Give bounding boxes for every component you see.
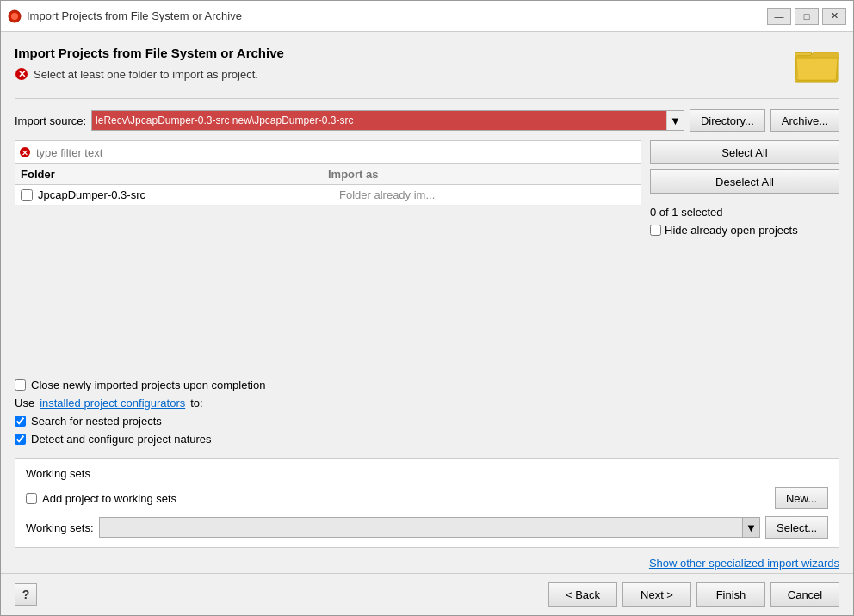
finish-button[interactable]: Finish: [696, 582, 765, 607]
options-section: Close newly imported projects upon compl…: [15, 379, 839, 451]
show-wizards-link[interactable]: Show other specialized import wizards: [649, 557, 839, 570]
archive-button[interactable]: Archive...: [770, 109, 839, 132]
close-button[interactable]: ✕: [822, 8, 846, 25]
content-area: Import Projects from File System or Arch…: [1, 32, 853, 573]
svg-text:✕: ✕: [22, 149, 28, 157]
header-divider: [15, 98, 839, 99]
configurators-suffix: to:: [190, 397, 202, 410]
close-projects-label: Close newly imported projects upon compl…: [31, 379, 265, 391]
error-row: ✕ Select at least one folder to import a…: [15, 67, 284, 81]
svg-point-1: [11, 13, 18, 20]
filter-row: ✕: [15, 141, 640, 164]
new-working-set-button[interactable]: New...: [775, 487, 828, 509]
hide-projects-checkbox[interactable]: [650, 225, 661, 236]
working-sets-add-row: Add project to working sets New...: [26, 487, 828, 509]
import-status: Folder already im...: [339, 188, 635, 201]
filter-error-icon: ✕: [19, 146, 31, 158]
search-nested-row: Search for nested projects: [15, 415, 839, 428]
right-panel: Select All Deselect All 0 of 1 selected …: [650, 140, 839, 370]
header-section: Import Projects from File System or Arch…: [15, 46, 839, 91]
working-sets-section-label: Working sets: [26, 467, 828, 480]
import-source-dropdown[interactable]: leRecv\JpcapDumper-0.3-src new\JpcapDump…: [91, 110, 684, 131]
main-panel: ✕ Folder Import as JpcapDumper-0.3-src: [15, 140, 839, 370]
left-section: ✕ Folder Import as JpcapDumper-0.3-src: [15, 140, 641, 370]
search-nested-label: Search for nested projects: [31, 415, 162, 428]
hide-projects-row: Hide already open projects: [650, 224, 839, 237]
table-container: ✕ Folder Import as JpcapDumper-0.3-src: [15, 140, 641, 206]
page-title: Import Projects from File System or Arch…: [15, 46, 284, 60]
import-source-label: Import source:: [15, 114, 86, 127]
window-title: Import Projects from File System or Arch…: [27, 9, 767, 22]
filter-input[interactable]: [31, 141, 640, 163]
detect-natures-checkbox[interactable]: [15, 434, 26, 445]
table-header: Folder Import as: [15, 164, 640, 185]
close-projects-row: Close newly imported projects upon compl…: [15, 379, 839, 391]
svg-text:✕: ✕: [18, 69, 26, 79]
import-source-value: leRecv\JpcapDumper-0.3-src new\JpcapDump…: [92, 111, 666, 130]
use-configurators-row: Use installed project configurators to:: [15, 397, 839, 410]
select-all-button[interactable]: Select All: [650, 140, 839, 164]
add-to-working-sets-label: Add project to working sets: [42, 492, 176, 505]
add-to-working-sets-checkbox[interactable]: [26, 493, 37, 504]
selected-count: 0 of 1 selected: [650, 206, 723, 219]
error-icon: ✕: [15, 67, 28, 81]
show-wizards-section: Show other specialized import wizards: [15, 557, 839, 570]
help-button[interactable]: ?: [15, 583, 37, 606]
select-working-set-button[interactable]: Select...: [765, 516, 828, 539]
eclipse-icon: [8, 9, 22, 23]
back-button[interactable]: < Back: [548, 582, 617, 607]
error-message: Select at least one folder to import as …: [34, 68, 258, 81]
hide-projects-label: Hide already open projects: [665, 224, 798, 237]
maximize-button[interactable]: □: [795, 8, 819, 25]
detect-natures-label: Detect and configure project natures: [31, 433, 212, 446]
working-sets-dropdown[interactable]: ▼: [99, 517, 761, 538]
close-projects-checkbox[interactable]: [15, 379, 26, 391]
minimize-button[interactable]: —: [767, 8, 791, 25]
search-nested-checkbox[interactable]: [15, 416, 26, 427]
main-window: Import Projects from File System or Arch…: [0, 0, 854, 616]
add-row-left: Add project to working sets: [26, 492, 176, 505]
col-folder-header: Folder: [21, 168, 328, 181]
svg-marker-7: [796, 58, 838, 80]
folder-icon: [795, 46, 839, 83]
import-source-row: Import source: leRecv\JpcapDumper-0.3-sr…: [15, 109, 839, 132]
working-sets-section: Working sets Add project to working sets…: [15, 458, 839, 548]
row-checkbox[interactable]: [21, 189, 33, 201]
col-import-header: Import as: [328, 168, 635, 181]
configurators-prefix: Use: [15, 397, 34, 410]
next-button[interactable]: Next >: [622, 582, 691, 607]
window-controls: — □ ✕: [767, 8, 846, 25]
bottom-bar: ? < Back Next > Finish Cancel: [1, 573, 853, 615]
deselect-all-button[interactable]: Deselect All: [650, 169, 839, 194]
configurators-link[interactable]: installed project configurators: [40, 397, 185, 410]
folder-name: JpcapDumper-0.3-src: [38, 188, 334, 201]
selection-info: 0 of 1 selected: [650, 206, 839, 219]
working-sets-input-row: Working sets: ▼ Select...: [26, 516, 828, 539]
title-bar: Import Projects from File System or Arch…: [1, 1, 853, 32]
table-row: JpcapDumper-0.3-src Folder already im...: [15, 185, 640, 206]
working-sets-label: Working sets:: [26, 521, 94, 534]
directory-button[interactable]: Directory...: [690, 109, 765, 132]
table-row-content: JpcapDumper-0.3-src Folder already im...: [21, 188, 635, 201]
cancel-button[interactable]: Cancel: [770, 582, 839, 607]
import-source-arrow[interactable]: ▼: [666, 111, 684, 130]
detect-natures-row: Detect and configure project natures: [15, 433, 839, 446]
header-text-block: Import Projects from File System or Arch…: [15, 46, 284, 91]
working-sets-arrow[interactable]: ▼: [742, 518, 759, 537]
